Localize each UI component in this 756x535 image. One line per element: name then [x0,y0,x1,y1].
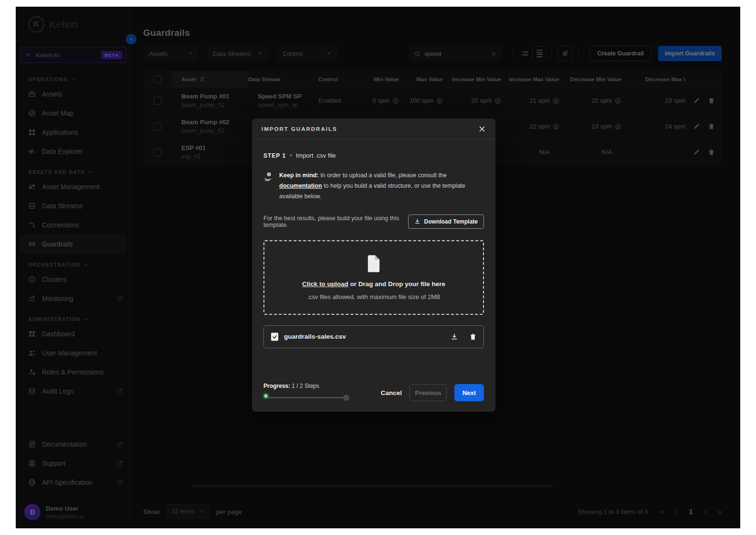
download-icon [414,218,420,225]
documentation-link[interactable]: documentation [279,182,322,189]
import-guardrails-modal: IMPORT GUARDRAILS STEP 1 • Import .csv f… [252,118,495,412]
step-indicator: STEP 1 • Import .csv file [263,152,484,159]
keep-in-mind-note: Keep in mind: In order to upload a valid… [263,171,484,202]
download-template-button[interactable]: Download Template [408,214,484,229]
template-hint: For the best results, please build your … [263,215,402,228]
next-button[interactable]: Next [454,384,484,401]
previous-button[interactable]: Previous [410,384,447,401]
app-window: K Kelvin KelvinAI BETA OPERATIONS Assets… [16,7,740,528]
modal-title: IMPORT GUARDRAILS [262,126,337,132]
file-icon [367,255,381,273]
cancel-button[interactable]: Cancel [381,389,402,396]
click-to-upload-link[interactable]: Click to upload [302,280,348,288]
template-row: For the best results, please build your … [263,214,484,229]
close-icon[interactable] [478,125,486,133]
upload-hint: .csv files allowed, with maximum file si… [307,293,441,300]
download-file-icon[interactable] [451,333,458,341]
modal-body: STEP 1 • Import .csv file Keep in mind: … [252,152,495,348]
progress-current-dot[interactable] [263,394,268,398]
modal-header: IMPORT GUARDRAILS [252,118,495,139]
modal-footer: Progress: 1 / 2 Steps Cancel Previous Ne… [263,383,484,401]
progress-slider[interactable] [263,394,349,401]
progress-end-dot [343,395,349,401]
uploaded-file-row: guardrails-sales.csv [263,325,484,348]
remove-file-icon[interactable] [469,333,477,341]
uploaded-file-name: guardrails-sales.csv [284,333,445,340]
file-dropzone[interactable]: Click to upload or Drag and Drop your fi… [263,240,484,315]
info-hand-icon [263,171,274,182]
progress-label: Progress: 1 / 2 Steps [263,383,349,389]
file-check-icon [271,332,279,342]
